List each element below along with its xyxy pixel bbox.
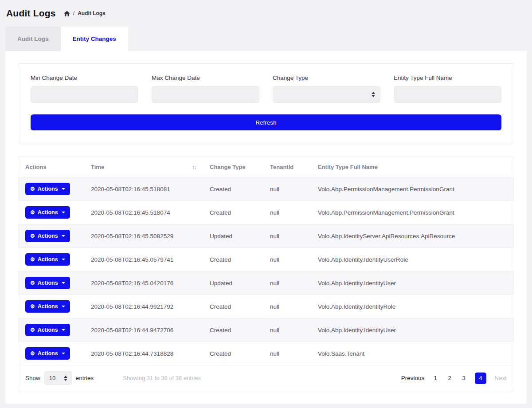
actions-button-label: Actions — [38, 233, 58, 239]
caret-down-icon — [62, 235, 65, 237]
cell-time: 2020-05-08T02:16:45.518081 — [84, 177, 203, 201]
actions-dropdown-button[interactable]: ⚙Actions — [25, 183, 70, 195]
cell-change-type: Updated — [203, 224, 263, 248]
gear-icon: ⚙ — [30, 280, 35, 286]
pagination-next[interactable]: Next — [494, 375, 507, 381]
cell-time: 2020-05-08T02:16:45.0579741 — [84, 248, 203, 271]
min-change-date-label: Min Change Date — [31, 75, 138, 81]
gear-icon: ⚙ — [30, 186, 35, 192]
cell-entity-type: Volo.Abp.Identity.IdentityUser — [311, 318, 514, 342]
refresh-button[interactable]: Refresh — [31, 114, 501, 130]
max-change-date-label: Max Change Date — [152, 75, 259, 81]
actions-button-label: Actions — [38, 303, 58, 310]
sort-icon[interactable]: ↑↓ — [192, 164, 196, 170]
actions-dropdown-button[interactable]: ⚙Actions — [25, 253, 70, 266]
page-size-select[interactable]: 10 — [44, 371, 72, 385]
pagination-previous[interactable]: Previous — [401, 375, 425, 381]
cell-entity-type: Volo.Abp.Identity.IdentityRole — [311, 295, 514, 318]
gear-icon: ⚙ — [30, 233, 35, 239]
actions-button-label: Actions — [38, 256, 58, 263]
caret-down-icon — [62, 188, 65, 190]
actions-button-label: Actions — [38, 350, 58, 357]
page-size-value: 10 — [49, 375, 55, 381]
caret-down-icon — [62, 212, 65, 213]
cell-time: 2020-05-08T02:16:44.7318828 — [84, 342, 203, 365]
actions-dropdown-button[interactable]: ⚙Actions — [25, 277, 70, 289]
pagination-page-4[interactable]: 4 — [475, 373, 486, 384]
column-header-tenant-id: TenantId — [263, 157, 311, 177]
cell-tenant-id: null — [263, 342, 311, 365]
cell-tenant-id: null — [263, 224, 311, 248]
gear-icon: ⚙ — [30, 351, 35, 356]
cell-change-type: Created — [203, 318, 263, 342]
show-label: Show — [25, 375, 40, 381]
cell-tenant-id: null — [263, 201, 311, 224]
table-footer: Show 10 entries Showing 31 to 38 of 38 e… — [18, 365, 514, 391]
caret-down-icon — [62, 306, 65, 307]
table-row: ⚙Actions 2020-05-08T02:16:45.0579741 Cre… — [18, 248, 514, 271]
change-type-select[interactable] — [273, 86, 380, 103]
entity-changes-table: Actions Time ↑↓ Change Type TenantId Ent… — [18, 157, 514, 365]
tab-bar: Audit Logs Entity Changes — [5, 27, 527, 51]
actions-button-label: Actions — [38, 186, 58, 192]
select-arrows-icon — [64, 376, 67, 381]
column-header-time[interactable]: Time ↑↓ — [84, 157, 203, 177]
breadcrumb: / Audit Logs — [64, 10, 106, 16]
page-header: Audit Logs / Audit Logs — [0, 0, 532, 25]
actions-dropdown-button[interactable]: ⚙Actions — [25, 206, 70, 219]
breadcrumb-separator: / — [73, 10, 74, 16]
cell-time: 2020-05-08T02:16:44.9472706 — [84, 318, 203, 342]
caret-down-icon — [62, 259, 65, 260]
column-header-change-type: Change Type — [203, 157, 263, 177]
column-header-entity-type: Entity Type Full Name — [311, 157, 514, 177]
table-row: ⚙Actions 2020-05-08T02:16:45.0420176 Upd… — [18, 271, 514, 295]
actions-dropdown-button[interactable]: ⚙Actions — [25, 347, 70, 360]
page-title: Audit Logs — [6, 8, 56, 19]
actions-button-label: Actions — [38, 280, 58, 286]
filter-card: Min Change Date Max Change Date Change T… — [18, 63, 514, 143]
cell-change-type: Created — [203, 201, 263, 224]
entity-type-input[interactable] — [394, 86, 501, 103]
pagination-page-2[interactable]: 2 — [446, 375, 453, 381]
cell-change-type: Updated — [203, 271, 263, 295]
gear-icon: ⚙ — [30, 257, 35, 262]
cell-time: 2020-05-08T02:16:45.0420176 — [84, 271, 203, 295]
column-header-actions: Actions — [18, 157, 84, 177]
table-row: ⚙Actions 2020-05-08T02:16:44.9472706 Cre… — [18, 318, 514, 342]
entries-summary: Showing 31 to 38 of 38 entries — [123, 375, 201, 381]
pagination-page-3[interactable]: 3 — [461, 375, 467, 381]
table-row: ⚙Actions 2020-05-08T02:16:45.518074 Crea… — [18, 201, 514, 224]
cell-change-type: Created — [203, 295, 263, 318]
entity-type-label: Entity Type Full Name — [394, 75, 501, 81]
cell-time: 2020-05-08T02:16:45.5082529 — [84, 224, 203, 248]
actions-dropdown-button[interactable]: ⚙Actions — [25, 300, 70, 313]
cell-entity-type: Volo.Abp.PermissionManagement.Permission… — [311, 201, 514, 224]
change-type-label: Change Type — [273, 75, 380, 81]
actions-dropdown-button[interactable]: ⚙Actions — [25, 230, 70, 242]
entity-changes-table-card: Actions Time ↑↓ Change Type TenantId Ent… — [18, 157, 514, 391]
table-row: ⚙Actions 2020-05-08T02:16:45.5082529 Upd… — [18, 224, 514, 248]
cell-change-type: Created — [203, 342, 263, 365]
tab-audit-logs[interactable]: Audit Logs — [5, 27, 61, 51]
home-icon[interactable] — [64, 11, 70, 16]
cell-tenant-id: null — [263, 318, 311, 342]
cell-tenant-id: null — [263, 295, 311, 318]
tab-entity-changes[interactable]: Entity Changes — [61, 27, 128, 51]
cell-tenant-id: null — [263, 177, 311, 201]
actions-dropdown-button[interactable]: ⚙Actions — [25, 324, 70, 336]
gear-icon: ⚙ — [30, 327, 35, 333]
caret-down-icon — [62, 282, 65, 284]
min-change-date-input[interactable] — [31, 86, 138, 103]
cell-entity-type: Volo.Abp.Identity.IdentityUser — [311, 271, 514, 295]
entries-label: entries — [76, 375, 94, 381]
actions-button-label: Actions — [38, 327, 58, 333]
cell-entity-type: Volo.Abp.Identity.IdentityUserRole — [311, 248, 514, 271]
max-change-date-input[interactable] — [152, 86, 259, 103]
cell-time: 2020-05-08T02:16:44.9921792 — [84, 295, 203, 318]
table-row: ⚙Actions 2020-05-08T02:16:45.518081 Crea… — [18, 177, 514, 201]
cell-change-type: Created — [203, 248, 263, 271]
table-row: ⚙Actions 2020-05-08T02:16:44.7318828 Cre… — [18, 342, 514, 365]
table-row: ⚙Actions 2020-05-08T02:16:44.9921792 Cre… — [18, 295, 514, 318]
pagination-page-1[interactable]: 1 — [432, 375, 438, 381]
actions-button-label: Actions — [38, 209, 58, 216]
